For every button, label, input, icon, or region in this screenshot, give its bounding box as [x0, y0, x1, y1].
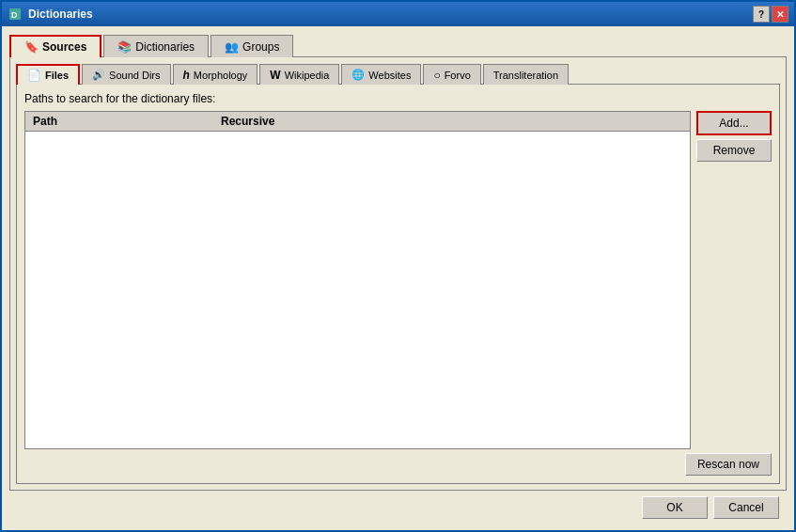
inner-tab-sound-label: Sound Dirs: [109, 70, 160, 81]
table-header: Path Recursive: [25, 112, 690, 132]
paths-table: Path Recursive: [24, 111, 691, 449]
inner-tab-morphology[interactable]: Morphology: [173, 64, 258, 85]
inner-tab-forvo[interactable]: Forvo: [423, 64, 480, 85]
sound-icon: [92, 69, 105, 81]
help-button[interactable]: ?: [753, 6, 770, 23]
window-title: Dictionaries: [28, 8, 93, 21]
ok-button[interactable]: OK: [642, 496, 708, 519]
sources-icon: [24, 40, 39, 54]
title-bar: D Dictionaries ? ✕: [2, 2, 794, 26]
inner-tab-websites-label: Websites: [368, 70, 411, 81]
paths-label: Paths to search for the dictionary files…: [24, 92, 772, 105]
inner-tab-files[interactable]: Files: [16, 64, 80, 85]
websites-icon: [351, 69, 365, 81]
outer-content: Files Sound Dirs Morphology Wikipedia We…: [9, 56, 787, 491]
window-body: Sources Dictionaries Groups Files: [2, 26, 794, 530]
inner-tab-transliteration[interactable]: Transliteration: [483, 64, 569, 85]
table-body[interactable]: [25, 132, 690, 448]
inner-tab-forvo-label: Forvo: [445, 70, 471, 81]
tab-sources[interactable]: Sources: [9, 35, 101, 57]
inner-tab-websites[interactable]: Websites: [341, 64, 421, 85]
svg-text:D: D: [11, 10, 18, 20]
col-recursive: Recursive: [217, 114, 278, 129]
outer-tabs: Sources Dictionaries Groups: [9, 34, 787, 56]
tab-dictionaries-label: Dictionaries: [135, 40, 195, 54]
tab-sources-label: Sources: [42, 40, 86, 54]
main-area: Path Recursive Add... Remove: [24, 111, 772, 449]
rescan-button[interactable]: Rescan now: [685, 453, 772, 476]
cancel-button[interactable]: Cancel: [713, 496, 779, 519]
files-icon: [27, 69, 41, 82]
main-window: D Dictionaries ? ✕ Sources Dictionaries …: [0, 0, 796, 532]
groups-icon: [225, 40, 239, 54]
title-bar-left: D Dictionaries: [8, 7, 93, 22]
inner-tab-files-label: Files: [45, 70, 69, 81]
remove-button[interactable]: Remove: [696, 139, 772, 162]
dictionaries-icon: [117, 40, 132, 54]
inner-tab-wikipedia[interactable]: Wikipedia: [259, 64, 339, 85]
tab-groups-label: Groups: [242, 40, 279, 54]
tab-groups[interactable]: Groups: [211, 35, 293, 57]
close-button[interactable]: ✕: [772, 6, 788, 23]
inner-tab-transliteration-label: Transliteration: [493, 70, 558, 81]
window-icon: D: [8, 7, 23, 22]
title-buttons: ? ✕: [753, 6, 788, 23]
col-path: Path: [29, 114, 217, 129]
inner-tab-wikipedia-label: Wikipedia: [285, 70, 330, 81]
inner-content: Paths to search for the dictionary files…: [16, 84, 780, 484]
rescan-area: Rescan now: [24, 453, 772, 476]
wikipedia-icon: [270, 69, 280, 82]
forvo-icon: [433, 69, 440, 82]
bottom-bar: OK Cancel: [9, 491, 787, 523]
inner-tab-sound-dirs[interactable]: Sound Dirs: [82, 64, 170, 85]
inner-tab-morphology-label: Morphology: [194, 70, 247, 81]
morphology-icon: [183, 69, 190, 82]
inner-tabs: Files Sound Dirs Morphology Wikipedia We…: [16, 63, 780, 84]
add-button[interactable]: Add...: [696, 111, 772, 135]
right-buttons: Add... Remove: [696, 111, 772, 449]
tab-dictionaries[interactable]: Dictionaries: [103, 35, 209, 57]
